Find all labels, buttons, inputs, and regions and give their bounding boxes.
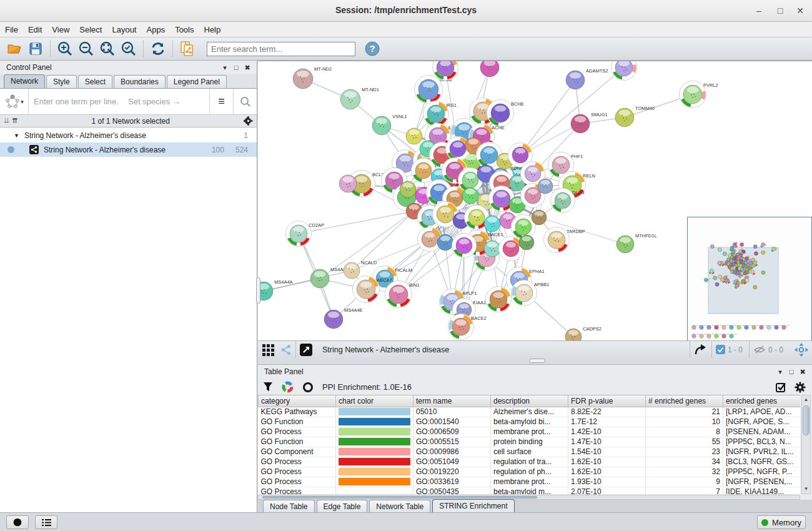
panel-close-icon[interactable]: ✖ [242,64,253,72]
network-node[interactable] [406,128,422,144]
network-canvas[interactable]: MT-ND2MT-ND1VSNL1GAB2ADAMTS2PVRL2SMUG1TO… [258,61,812,340]
menu-item-select[interactable]: Select [74,23,107,36]
tree-expanded-icon[interactable]: ▼ [0,132,19,139]
tab-legend-panel[interactable]: Legend Panel [167,75,227,88]
chart-donut-icon[interactable] [282,381,294,393]
table-row[interactable]: GO ProcessGO:0033619membrane prot...1.93… [259,477,801,487]
panel-float-icon[interactable]: ▾ [219,64,230,72]
network-node[interactable] [480,61,499,77]
set-species-label[interactable]: Set species → [128,89,209,114]
network-node[interactable]: MT-ND2 [293,66,332,89]
network-node[interactable]: SMUG1 [571,112,608,133]
network-node[interactable] [532,210,547,225]
help-button[interactable]: ? [362,39,383,58]
maximize-button[interactable]: □ [772,4,788,17]
zoom-selected-button[interactable] [118,39,139,58]
string-logo-button[interactable]: ▾ [0,89,29,114]
table-row[interactable]: GO ProcessGO:0006509membrane prot...1.42… [259,427,801,437]
zoom-in-button[interactable] [54,39,76,58]
scrollbar-thumb[interactable] [803,405,810,435]
network-node[interactable] [484,216,500,232]
panel-splitter-handle[interactable] [256,277,260,304]
expand-all-icon[interactable]: ⇈ [12,117,17,125]
tab-network-table[interactable]: Network Table [369,500,430,513]
tab-network[interactable]: Network [4,74,45,88]
menu-item-help[interactable]: Help [199,23,226,36]
zoom-out-button[interactable] [76,39,97,58]
menu-item-tools[interactable]: Tools [170,23,199,36]
network-node[interactable]: APBB1 [512,280,550,306]
select-terms-icon[interactable] [776,382,787,393]
table-row[interactable]: GO FunctionGO:0005515protein binding1.47… [259,437,801,447]
birdseye-view[interactable] [687,217,812,341]
column-header-chart-color[interactable]: chart color [336,395,413,407]
network-collection-row[interactable]: ▼ String Network - Alzheimer's disease 1 [0,128,257,142]
save-session-button[interactable] [25,39,46,58]
close-button[interactable]: ✕ [792,4,808,17]
splitter-handle[interactable] [529,359,545,363]
panel-window-icon[interactable]: □ [786,368,797,375]
table-row[interactable]: GO ProcessGO:0050435beta-amyloid m...2.0… [259,487,801,494]
network-overview-button[interactable] [6,515,29,529]
menu-item-apps[interactable]: Apps [142,23,171,36]
network-row-selected[interactable]: String Network - Alzheimer's disease 100… [0,142,257,157]
column-header-category[interactable]: category [259,395,336,407]
filter-icon[interactable] [263,382,273,392]
tab-edge-table[interactable]: Edge Table [317,500,368,513]
network-node[interactable]: DLG4 [551,189,585,213]
string-search-button[interactable] [233,89,257,114]
menu-item-edit[interactable]: Edit [23,23,47,36]
open-session-button[interactable] [4,39,25,58]
column-header-term-name[interactable]: term name [413,395,491,407]
collapse-all-icon[interactable]: ⇊ [4,117,9,125]
network-node[interactable] [452,234,477,258]
column-header-description[interactable]: description [491,395,568,407]
network-node[interactable]: PVRL2 [680,81,718,108]
network-node[interactable]: MTHFD1L [616,233,657,253]
network-node[interactable] [519,235,534,250]
table-row[interactable]: KEGG Pathways05010Alzheimer's dise...8.8… [259,407,801,417]
network-node[interactable]: IRS1 [423,101,457,127]
network-node[interactable]: TARDBP [544,227,585,253]
ring-chart-icon[interactable] [302,382,314,393]
enrichment-table[interactable]: categorychart colorterm namedescriptionF… [258,395,800,494]
birdseye-toggle-icon[interactable] [795,343,808,357]
network-node[interactable]: MT-ND1 [340,87,379,109]
column-header-enriched-genes[interactable]: enriched genes [723,395,801,407]
detach-view-icon[interactable] [300,344,312,356]
table-row[interactable]: GO ProcessGO:0019220regulation of ph...1… [259,467,801,477]
menu-item-view[interactable]: View [47,23,74,36]
minimize-button[interactable]: – [751,4,767,17]
network-node[interactable] [339,175,357,192]
selected-checkbox-icon[interactable] [716,345,725,354]
network-node[interactable]: TOMM40 [615,106,655,127]
table-row[interactable]: GO ProcessGO:0051049regulation of tra...… [259,457,801,467]
network-node[interactable]: CD2AP [286,221,325,247]
task-history-button[interactable] [35,515,57,529]
network-node[interactable]: CADPS2 [565,326,602,341]
zoom-fit-button[interactable] [97,39,118,58]
network-node[interactable]: BIN1 [385,281,420,308]
column-header--enriched-genes[interactable]: # enriched genes [646,395,723,407]
menu-item-layout[interactable]: Layout [107,23,141,36]
share-network-icon[interactable] [280,344,292,355]
panel-float-icon[interactable]: ▾ [775,368,786,376]
export-image-icon[interactable] [694,344,708,356]
search-input[interactable] [207,42,355,56]
string-options-button[interactable]: ≡ [209,89,233,114]
settings-gear-icon[interactable] [795,382,806,393]
network-node[interactable] [437,234,453,251]
network-node[interactable] [611,61,637,81]
network-node[interactable] [486,287,512,312]
memory-button[interactable]: Memory [757,515,806,529]
panel-close-icon[interactable]: ✖ [797,368,808,376]
panel-window-icon[interactable]: □ [230,64,242,71]
string-query-input[interactable]: Enter one term per line. [29,89,128,114]
refresh-button[interactable] [147,39,169,58]
scroll-up-icon[interactable]: ▲ [802,395,810,404]
horizontal-splitter[interactable] [258,358,812,364]
network-node[interactable]: MS4A4A [258,279,293,300]
network-node[interactable]: BACE2 [448,314,487,340]
column-header-FDR-p-value[interactable]: FDR p-value [568,395,646,407]
tab-node-table[interactable]: Node Table [263,500,315,513]
